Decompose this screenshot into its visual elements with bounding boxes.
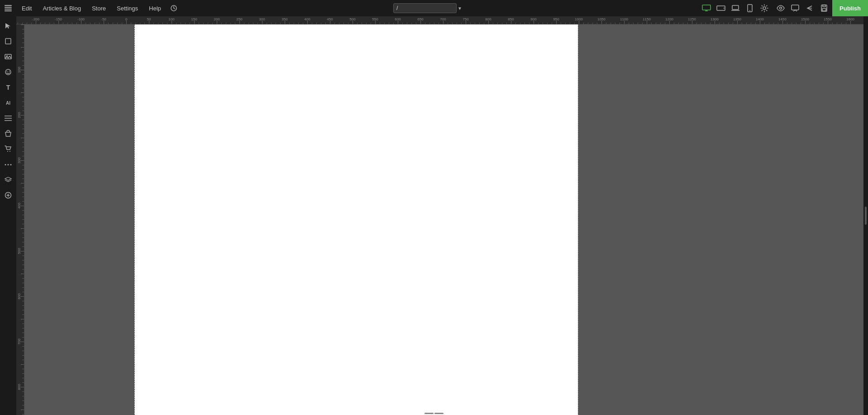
vertical-ruler bbox=[16, 24, 24, 415]
svg-rect-21 bbox=[5, 39, 11, 44]
svg-rect-10 bbox=[732, 5, 739, 10]
svg-point-14 bbox=[763, 7, 766, 10]
bottom-handle[interactable] bbox=[420, 411, 448, 415]
right-sidebar-handle[interactable] bbox=[865, 207, 867, 225]
share-icon[interactable] bbox=[803, 2, 816, 14]
svg-point-33 bbox=[8, 164, 9, 165]
tool-section[interactable] bbox=[1, 34, 15, 48]
preview-icon[interactable] bbox=[774, 2, 787, 14]
bottom-handle-line-2 bbox=[434, 413, 444, 414]
save-icon[interactable] bbox=[818, 2, 830, 14]
tool-select[interactable] bbox=[1, 19, 15, 33]
device-tablet-landscape[interactable] bbox=[715, 2, 727, 14]
device-settings-icon[interactable] bbox=[758, 2, 771, 14]
svg-point-34 bbox=[10, 164, 12, 165]
comments-icon[interactable] bbox=[789, 2, 801, 14]
menu-settings[interactable]: Settings bbox=[111, 0, 143, 16]
svg-rect-5 bbox=[702, 5, 711, 10]
menu-bar: Edit Articles & Blog Store Settings Help… bbox=[0, 0, 868, 16]
menu-help[interactable]: Help bbox=[143, 0, 167, 16]
header-right-icons bbox=[774, 2, 832, 14]
device-icons bbox=[700, 2, 774, 14]
svg-rect-16 bbox=[792, 5, 799, 10]
url-input[interactable] bbox=[393, 3, 457, 13]
svg-point-32 bbox=[5, 164, 6, 165]
device-laptop[interactable] bbox=[729, 2, 742, 14]
svg-point-30 bbox=[7, 151, 8, 152]
bottom-handle-line bbox=[424, 413, 434, 414]
tool-more[interactable] bbox=[1, 158, 15, 171]
tool-layers[interactable] bbox=[1, 173, 15, 187]
device-mobile[interactable] bbox=[744, 2, 756, 14]
svg-point-26 bbox=[9, 71, 10, 72]
svg-rect-0 bbox=[5, 5, 12, 6]
svg-point-13 bbox=[749, 10, 750, 11]
svg-point-9 bbox=[724, 8, 725, 9]
logo[interactable] bbox=[0, 0, 16, 16]
guide-line-right bbox=[578, 24, 578, 415]
menu-articles[interactable]: Articles & Blog bbox=[37, 0, 86, 16]
tool-text[interactable]: T bbox=[1, 81, 15, 94]
svg-rect-3 bbox=[5, 10, 12, 11]
menu-store[interactable]: Store bbox=[86, 0, 111, 16]
url-dropdown-icon[interactable]: ▼ bbox=[458, 6, 462, 11]
history-icon[interactable] bbox=[167, 0, 181, 16]
tool-store[interactable] bbox=[1, 127, 15, 140]
svg-rect-2 bbox=[5, 9, 12, 10]
left-sidebar: T AI bbox=[0, 16, 16, 415]
svg-point-25 bbox=[7, 71, 8, 72]
svg-rect-18 bbox=[823, 5, 825, 7]
svg-point-24 bbox=[5, 69, 11, 75]
page-canvas bbox=[134, 24, 578, 415]
svg-point-15 bbox=[780, 7, 782, 10]
guide-line-left bbox=[134, 24, 135, 415]
canvas-area[interactable] bbox=[24, 24, 863, 415]
tool-emoji[interactable] bbox=[1, 65, 15, 79]
tool-ai[interactable]: AI bbox=[1, 96, 15, 110]
svg-point-31 bbox=[10, 151, 10, 152]
publish-button[interactable]: Publish bbox=[832, 0, 868, 16]
svg-rect-1 bbox=[5, 7, 12, 8]
horizontal-ruler bbox=[16, 16, 863, 24]
menu-edit[interactable]: Edit bbox=[16, 0, 37, 16]
svg-rect-19 bbox=[822, 9, 826, 11]
device-desktop[interactable] bbox=[700, 2, 713, 14]
tool-add[interactable] bbox=[1, 188, 15, 202]
right-sidebar bbox=[863, 16, 868, 415]
tool-cart[interactable] bbox=[1, 142, 15, 156]
tool-media[interactable] bbox=[1, 50, 15, 63]
tool-menu[interactable] bbox=[1, 111, 15, 125]
svg-marker-20 bbox=[5, 23, 10, 29]
url-bar-container: ▼ bbox=[393, 3, 475, 13]
